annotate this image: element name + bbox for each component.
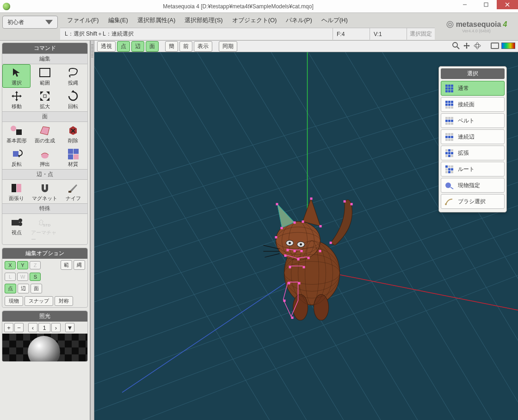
axis-z[interactable]: Z <box>30 261 41 269</box>
command-panel: コマンド 編集 選択 範囲 投縄 移動 拡大 回転 面 基本図形 面の生成 削除… <box>2 43 88 245</box>
opt-rope[interactable]: 縄 <box>74 260 85 270</box>
svg-rect-69 <box>310 197 313 200</box>
sel-expand[interactable]: 拡張 <box>441 146 505 160</box>
vtab-edge[interactable]: 辺 <box>131 41 144 52</box>
tool-create-face[interactable]: 面の生成 <box>31 122 59 146</box>
svg-rect-74 <box>308 257 310 259</box>
opt-point[interactable]: 点 <box>5 284 16 293</box>
sel-route[interactable]: ルート <box>441 162 505 177</box>
vtab-face[interactable]: 面 <box>146 41 159 52</box>
tool-viewpoint[interactable]: 視点 <box>2 214 31 244</box>
vtab-display[interactable]: 表示 <box>194 41 212 52</box>
status-lock[interactable]: 選択固定 <box>407 28 435 40</box>
edit-options-panel: 編集オプション X Y Z 範 縄 L W S 点 辺 面 現物 スナップ <box>2 248 88 308</box>
svg-rect-11 <box>17 184 21 192</box>
menu-selattr[interactable]: 選択部属性(A) <box>133 15 179 26</box>
group-face: 面 <box>2 111 87 122</box>
color-strip-icon[interactable] <box>501 43 515 49</box>
menu-help[interactable]: ヘルプ(H) <box>317 15 352 26</box>
menu-panel[interactable]: パネル(P) <box>282 15 316 26</box>
orbit-icon[interactable] <box>473 42 481 50</box>
tool-lasso[interactable]: 投縄 <box>59 64 87 88</box>
opt-face[interactable]: 面 <box>31 284 42 293</box>
light-remove[interactable]: − <box>14 323 24 332</box>
svg-rect-73 <box>297 258 299 261</box>
svg-rect-10 <box>12 184 16 192</box>
vtab-vert[interactable]: 点 <box>117 41 130 52</box>
status-hint: L：選択 Shift＋L：連続選択 <box>60 28 333 40</box>
tool-armature[interactable]: STDアーマチャー <box>31 214 59 244</box>
svg-point-89 <box>445 203 447 205</box>
sel-actual[interactable]: 現物指定 <box>441 178 505 193</box>
svg-rect-79 <box>293 250 296 252</box>
svg-rect-87 <box>288 282 290 285</box>
monitor-icon[interactable] <box>491 43 499 49</box>
tool-scale[interactable]: 拡大 <box>31 88 59 111</box>
opt-s[interactable]: S <box>30 273 41 281</box>
vtab-sync[interactable]: 同期 <box>219 41 237 52</box>
opt-edge[interactable]: 辺 <box>18 284 29 293</box>
light-menu[interactable]: ▼ <box>65 323 74 332</box>
status-verts: V:1 <box>370 28 407 40</box>
svg-point-5 <box>449 23 451 26</box>
sel-normal[interactable]: 通常 <box>441 81 505 96</box>
menu-object[interactable]: オブジェクト(O) <box>228 15 281 26</box>
tool-flip[interactable]: 反転 <box>2 146 31 169</box>
maximize-button[interactable] <box>475 0 497 9</box>
mode-selector[interactable]: 初心者 <box>2 16 58 29</box>
tool-primitives[interactable]: 基本図形 <box>2 122 31 146</box>
opt-w[interactable]: W <box>17 273 28 281</box>
svg-rect-83 <box>351 203 353 205</box>
opt-l[interactable]: L <box>5 273 16 281</box>
chevron-down-icon <box>45 20 53 24</box>
menu-file[interactable]: ファイル(F) <box>63 15 103 26</box>
select-panel-title: 選択 <box>441 68 505 79</box>
light-add[interactable]: + <box>4 323 13 332</box>
tool-knife[interactable]: ナイフ <box>59 180 87 203</box>
opt-snap[interactable]: スナップ <box>25 296 53 306</box>
light-next[interactable]: › <box>51 323 61 332</box>
svg-rect-75 <box>319 250 321 252</box>
menu-selproc[interactable]: 選択部処理(S) <box>180 15 227 26</box>
tool-rotate[interactable]: 回転 <box>59 88 87 111</box>
tool-rect[interactable]: 範囲 <box>31 64 59 88</box>
svg-rect-66 <box>280 227 283 229</box>
menu-edit[interactable]: 編集(E) <box>104 15 132 26</box>
tool-material[interactable]: 材質 <box>59 146 87 169</box>
svg-rect-12 <box>68 191 71 193</box>
opt-range[interactable]: 範 <box>61 260 72 270</box>
close-button[interactable] <box>497 0 518 9</box>
svg-rect-82 <box>344 200 346 202</box>
tool-magnet[interactable]: マグネット <box>31 180 59 203</box>
pan-icon[interactable] <box>462 42 471 50</box>
svg-point-15 <box>18 222 22 226</box>
sel-connected-face[interactable]: 接続面 <box>441 97 505 112</box>
minimize-button[interactable] <box>454 0 475 9</box>
opt-sym[interactable]: 対称 <box>55 296 73 306</box>
zoom-icon[interactable] <box>452 42 460 50</box>
splitter[interactable] <box>90 41 94 420</box>
opt-real[interactable]: 現物 <box>5 296 23 306</box>
axis-y[interactable]: Y <box>17 261 28 269</box>
sel-connected-edge[interactable]: 連続辺 <box>441 129 505 144</box>
light-preview[interactable] <box>2 334 87 361</box>
svg-point-61 <box>300 243 302 245</box>
tool-extrude[interactable]: 押出 <box>31 146 59 169</box>
sel-brush[interactable]: ブラシ選択 <box>441 194 505 209</box>
tool-delete[interactable]: 削除 <box>59 122 87 146</box>
viewport-3d[interactable]: 選択 通常 接続面 ベルト 連続辺 拡張 ルート 現物指定 ブラシ選択 <box>94 52 518 420</box>
tool-move[interactable]: 移動 <box>2 88 31 111</box>
select-panel[interactable]: 選択 通常 接続面 ベルト 連続辺 拡張 ルート 現物指定 ブラシ選択 <box>438 66 507 213</box>
vtab-simple[interactable]: 簡 <box>165 41 178 52</box>
tool-face-stretch[interactable]: 面張り <box>2 180 31 203</box>
tool-select[interactable]: 選択 <box>2 64 31 88</box>
vtab-persp[interactable]: 透視 <box>97 41 116 52</box>
svg-point-18 <box>474 44 481 47</box>
vtab-front[interactable]: 前 <box>179 41 192 52</box>
sel-belt[interactable]: ベルト <box>441 113 505 128</box>
light-prev[interactable]: ‹ <box>28 323 37 332</box>
axis-x[interactable]: X <box>5 261 16 269</box>
svg-rect-80 <box>300 250 302 252</box>
menubar: ファイル(F) 編集(E) 選択部属性(A) 選択部処理(S) オブジェクト(O… <box>60 13 435 28</box>
svg-rect-67 <box>293 221 296 224</box>
